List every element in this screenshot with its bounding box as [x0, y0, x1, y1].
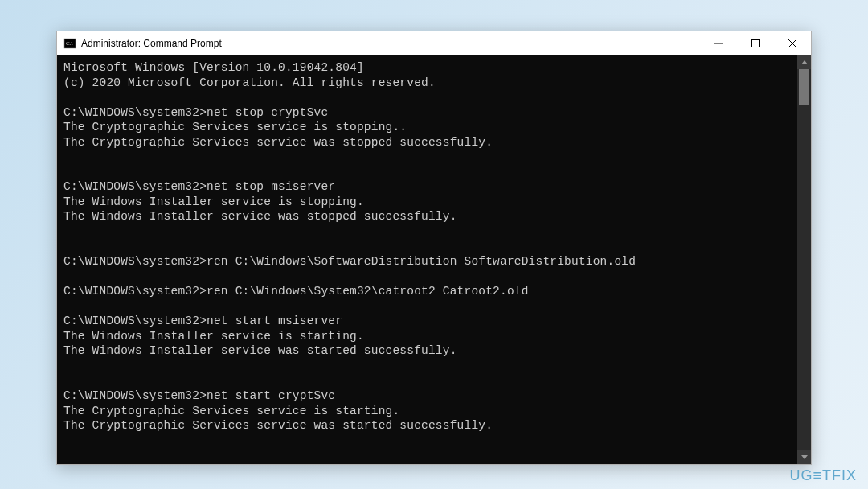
- svg-rect-3: [752, 40, 760, 47]
- window-controls: [700, 31, 811, 55]
- scroll-up-button[interactable]: [797, 55, 811, 69]
- window-title: Administrator: Command Prompt: [81, 38, 222, 49]
- close-button[interactable]: [774, 31, 811, 55]
- console-area: Microsoft Windows [Version 10.0.19042.80…: [57, 55, 811, 464]
- scroll-down-button[interactable]: [797, 450, 811, 464]
- maximize-button[interactable]: [737, 31, 774, 55]
- svg-text:C:\: C:\: [66, 40, 73, 47]
- scroll-thumb[interactable]: [799, 69, 809, 105]
- console-output[interactable]: Microsoft Windows [Version 10.0.19042.80…: [57, 55, 797, 464]
- titlebar[interactable]: C:\ Administrator: Command Prompt: [57, 31, 811, 55]
- watermark-logo: UG≡TFIX: [790, 467, 858, 484]
- command-prompt-window: C:\ Administrator: Command Prompt Micros…: [56, 31, 812, 465]
- vertical-scrollbar[interactable]: [797, 55, 811, 464]
- minimize-button[interactable]: [700, 31, 737, 55]
- cmd-icon: C:\: [63, 37, 76, 50]
